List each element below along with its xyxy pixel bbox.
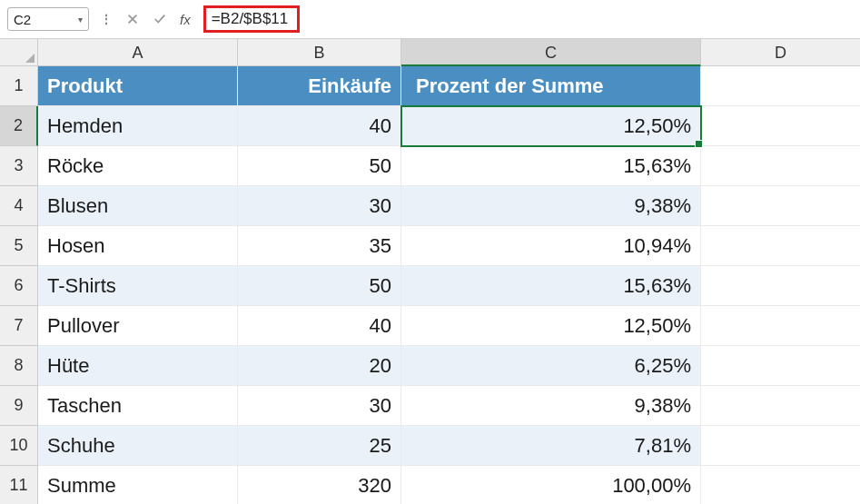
col-head-D[interactable]: D: [701, 39, 860, 66]
cell-D8[interactable]: [701, 346, 860, 386]
cell-C3[interactable]: 15,63%: [401, 146, 701, 186]
cell-B11[interactable]: 320: [238, 466, 401, 504]
fx-label[interactable]: fx: [180, 12, 191, 27]
cell-C6[interactable]: 15,63%: [401, 266, 701, 306]
cell-D4[interactable]: [701, 186, 860, 226]
cell-C11[interactable]: 100,00%: [401, 466, 701, 504]
cell-D6[interactable]: [701, 266, 860, 306]
cell-A8[interactable]: Hüte: [38, 346, 238, 386]
confirm-icon[interactable]: [151, 10, 169, 28]
row-head-5[interactable]: 5: [0, 226, 38, 266]
cell-B7[interactable]: 40: [238, 306, 401, 346]
cell-D9[interactable]: [701, 386, 860, 426]
name-box[interactable]: C2 ▾: [7, 7, 89, 31]
cell-A10[interactable]: Schuhe: [38, 426, 238, 466]
cell-A9[interactable]: Taschen: [38, 386, 238, 426]
cell-D10[interactable]: [701, 426, 860, 466]
formula-text: =B2/$B$11: [203, 5, 301, 33]
chevron-down-icon[interactable]: ▾: [78, 15, 83, 25]
cell-B3[interactable]: 50: [238, 146, 401, 186]
cell-A4[interactable]: Blusen: [38, 186, 238, 226]
cell-D5[interactable]: [701, 226, 860, 266]
cell-A5[interactable]: Hosen: [38, 226, 238, 266]
cell-A3[interactable]: Röcke: [38, 146, 238, 186]
spreadsheet-grid[interactable]: ABCD1ProduktEinkäufeProzent der Summe2He…: [0, 39, 860, 504]
cell-D2[interactable]: [701, 106, 860, 146]
cell-C1[interactable]: Prozent der Summe: [401, 66, 701, 106]
col-head-C[interactable]: C: [401, 39, 701, 66]
cell-C4[interactable]: 9,38%: [401, 186, 701, 226]
cell-B2[interactable]: 40: [238, 106, 401, 146]
cell-C10[interactable]: 7,81%: [401, 426, 701, 466]
cell-C9[interactable]: 9,38%: [401, 386, 701, 426]
cell-A7[interactable]: Pullover: [38, 306, 238, 346]
cell-C7[interactable]: 12,50%: [401, 306, 701, 346]
cell-C2[interactable]: 12,50%: [401, 106, 701, 146]
cell-D7[interactable]: [701, 306, 860, 346]
col-head-B[interactable]: B: [238, 39, 401, 66]
row-head-7[interactable]: 7: [0, 306, 38, 346]
col-head-A[interactable]: A: [38, 39, 238, 66]
row-head-11[interactable]: 11: [0, 466, 38, 504]
row-head-3[interactable]: 3: [0, 146, 38, 186]
row-head-4[interactable]: 4: [0, 186, 38, 226]
cell-B4[interactable]: 30: [238, 186, 401, 226]
select-all-corner[interactable]: [0, 39, 38, 66]
cell-B5[interactable]: 35: [238, 226, 401, 266]
cell-A1[interactable]: Produkt: [38, 66, 238, 106]
formula-bar: C2 ▾ ⋮ fx =B2/$B$11: [0, 0, 860, 39]
row-head-6[interactable]: 6: [0, 266, 38, 306]
row-head-1[interactable]: 1: [0, 66, 38, 106]
cell-B8[interactable]: 20: [238, 346, 401, 386]
row-head-2[interactable]: 2: [0, 106, 38, 146]
cell-B1[interactable]: Einkäufe: [238, 66, 401, 106]
cell-A2[interactable]: Hemden: [38, 106, 238, 146]
row-head-10[interactable]: 10: [0, 426, 38, 466]
cell-D1[interactable]: [701, 66, 860, 106]
cancel-icon[interactable]: [124, 10, 142, 28]
divider: ⋮: [98, 12, 114, 26]
cell-B10[interactable]: 25: [238, 426, 401, 466]
formula-input[interactable]: =B2/$B$11: [203, 5, 853, 33]
cell-C8[interactable]: 6,25%: [401, 346, 701, 386]
cell-C5[interactable]: 10,94%: [401, 226, 701, 266]
cell-A6[interactable]: T-Shirts: [38, 266, 238, 306]
row-head-9[interactable]: 9: [0, 386, 38, 426]
cell-B9[interactable]: 30: [238, 386, 401, 426]
cell-D3[interactable]: [701, 146, 860, 186]
row-head-8[interactable]: 8: [0, 346, 38, 386]
cell-A11[interactable]: Summe: [38, 466, 238, 504]
name-box-value: C2: [14, 12, 73, 27]
cell-D11[interactable]: [701, 466, 860, 504]
cell-B6[interactable]: 50: [238, 266, 401, 306]
